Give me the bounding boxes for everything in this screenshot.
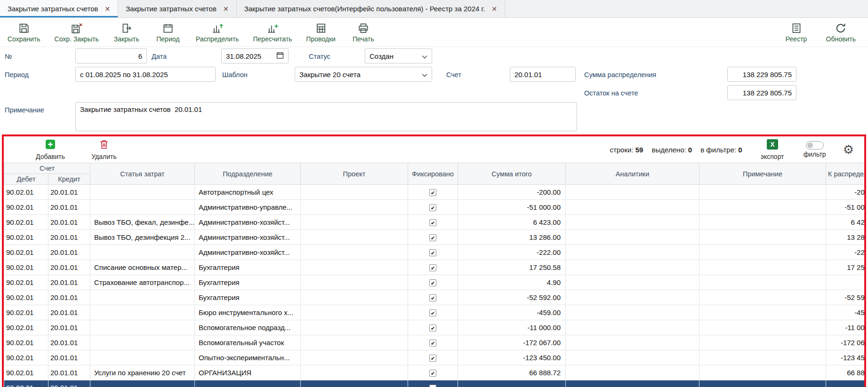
cell-department[interactable]: Бухгалтерия (195, 275, 301, 290)
cell-note[interactable] (699, 260, 826, 275)
cell-credit[interactable]: 20.01.01 (48, 260, 90, 275)
checkbox-checked-icon[interactable]: ✔ (429, 279, 436, 286)
chevron-down-icon[interactable] (422, 52, 427, 60)
table-row[interactable]: 90.02.0120.01.01Вспомогательный участок✔… (4, 335, 865, 350)
cell-note[interactable] (699, 200, 826, 215)
cell-total[interactable]: -11 000.00 (458, 320, 566, 335)
table-row[interactable]: 90.02.0120.01.01Бухгалтерия✔-52 592.00-5… (4, 290, 865, 305)
cell-note[interactable] (699, 320, 826, 335)
cell-cost-item[interactable] (90, 290, 195, 305)
postings-button[interactable]: Проводки (306, 22, 336, 43)
cell-department[interactable] (195, 380, 301, 387)
cell-debit[interactable]: 90.02.01 (4, 365, 48, 380)
period-button[interactable]: Период (154, 22, 182, 43)
header-to-distribute[interactable]: К распределению (826, 163, 865, 185)
tab-close-icon[interactable]: ✕ (105, 5, 111, 13)
period-field[interactable]: с 01.08.2025 по 31.08.2025 (75, 67, 216, 82)
template-select[interactable]: Закрытие 20 счета (295, 67, 432, 82)
cell-note[interactable] (699, 335, 826, 350)
header-debit[interactable]: Дебет (4, 174, 48, 185)
cell-fixed[interactable]: ✔ (408, 305, 458, 320)
cell-fixed[interactable]: ✔ (408, 245, 458, 260)
distribution-sum-field[interactable]: 138 229 805.75 (727, 67, 796, 82)
cell-total[interactable]: -222.00 (458, 245, 566, 260)
cell-project[interactable] (301, 260, 408, 275)
header-credit[interactable]: Кредит (48, 174, 90, 185)
cell-analytics[interactable] (566, 350, 699, 365)
table-row[interactable]: 90.02.0120.01.01Административно-управле.… (4, 200, 865, 215)
cell-cost-item[interactable]: Вывоз ТБО, фекал, дезинфе... (90, 215, 195, 230)
cell-cost-item[interactable] (90, 335, 195, 350)
cell-note[interactable] (699, 365, 826, 380)
cell-to-distribute[interactable]: -172 067.00 (826, 335, 865, 350)
cell-analytics[interactable] (566, 230, 699, 245)
table-row[interactable]: 90.02.0120.01.01Вспомогательное подразд.… (4, 320, 865, 335)
cell-credit[interactable]: 20.01.01 (48, 350, 90, 365)
cell-fixed[interactable]: ✔ (408, 290, 458, 305)
cell-credit[interactable]: 20.01.01 (48, 335, 90, 350)
tab-registry[interactable]: Закрытие затратных счетов(Интерфейс поль… (237, 0, 505, 17)
export-excel-button[interactable]: X экспорт (758, 139, 787, 160)
cell-project[interactable] (301, 200, 408, 215)
cell-note[interactable] (699, 350, 826, 365)
cell-project[interactable] (301, 215, 408, 230)
cell-department[interactable]: ОРГАНИЗАЦИЯ (195, 365, 301, 380)
cell-fixed[interactable]: ✔ (408, 320, 458, 335)
cell-note[interactable] (699, 230, 826, 245)
cell-credit[interactable]: 20.01.01 (48, 245, 90, 260)
cell-credit[interactable]: 20.01.01 (48, 200, 90, 215)
cell-total[interactable]: -52 592.00 (458, 290, 566, 305)
cell-fixed[interactable]: ✔ (408, 260, 458, 275)
checkbox-checked-icon[interactable]: ✔ (429, 294, 436, 301)
date-field[interactable]: 31.08.2025 (221, 48, 289, 63)
delete-row-button[interactable]: Удалить (84, 139, 124, 160)
balance-field[interactable]: 138 229 805.75 (727, 85, 796, 100)
cell-debit[interactable]: 90.02.01 (4, 200, 48, 215)
cell-total[interactable] (458, 380, 566, 387)
cell-credit[interactable]: 20.01.01 (48, 380, 90, 387)
checkbox-checked-icon[interactable]: ✔ (429, 324, 436, 332)
cell-debit[interactable]: 90.02.01 (4, 305, 48, 320)
save-button[interactable]: Сохранить (8, 22, 40, 43)
cell-credit[interactable]: 20.01.01 (48, 185, 90, 200)
cell-cost-item[interactable] (90, 305, 195, 320)
table-row[interactable]: 90.02.0120.01.01Вывоз ТБО, фекал, дезинф… (4, 215, 865, 230)
table-row[interactable]: 90.02.0120.01.01Услуги по хранению 20 сч… (4, 365, 865, 380)
cell-to-distribute[interactable] (826, 380, 865, 387)
cell-fixed[interactable]: ✔ (408, 350, 458, 365)
cell-note[interactable] (699, 185, 826, 200)
checkbox-checked-icon[interactable]: ✔ (429, 385, 436, 387)
table-row[interactable]: 90.02.0120.01.01✔ (4, 380, 865, 387)
cell-cost-item[interactable] (90, 245, 195, 260)
cell-credit[interactable]: 20.01.01 (48, 215, 90, 230)
toggle-switch-icon[interactable] (806, 141, 824, 150)
tab-document-2[interactable]: Закрытие затратных счетов ✕ (118, 0, 236, 17)
cell-fixed[interactable]: ✔ (408, 230, 458, 245)
checkbox-checked-icon[interactable]: ✔ (429, 204, 436, 211)
cell-department[interactable]: Административно-управле... (195, 200, 301, 215)
chevron-down-icon[interactable] (422, 71, 427, 79)
filter-toggle[interactable]: фильтр (800, 141, 830, 158)
cell-analytics[interactable] (566, 290, 699, 305)
cell-note[interactable] (699, 290, 826, 305)
cell-analytics[interactable] (566, 380, 699, 387)
checkbox-checked-icon[interactable]: ✔ (429, 219, 436, 226)
table-row[interactable]: 90.02.0120.01.01Страхование автотранспор… (4, 275, 865, 290)
recalculate-button[interactable]: Пересчитать (253, 22, 292, 43)
cell-to-distribute[interactable]: -123 450.00 (826, 350, 865, 365)
status-select[interactable]: Создан (365, 48, 432, 63)
cell-credit[interactable]: 20.01.01 (48, 230, 90, 245)
cell-fixed[interactable]: ✔ (408, 380, 458, 387)
cell-analytics[interactable] (566, 245, 699, 260)
table-row[interactable]: 90.02.0120.01.01Автотранспортный цех✔-20… (4, 185, 865, 200)
cell-department[interactable]: Опытно-экспериментальн... (195, 350, 301, 365)
cell-department[interactable]: Бюро инструментального х... (195, 305, 301, 320)
cell-total[interactable]: 6 423.00 (458, 215, 566, 230)
cell-total[interactable]: 66 888.72 (458, 365, 566, 380)
cell-department[interactable]: Вспомогательный участок (195, 335, 301, 350)
cell-analytics[interactable] (566, 200, 699, 215)
cell-debit[interactable]: 90.02.01 (4, 275, 48, 290)
cell-to-distribute[interactable]: 17 250.58 (826, 260, 865, 275)
close-button[interactable]: Закрыть (113, 22, 140, 43)
cell-analytics[interactable] (566, 335, 699, 350)
